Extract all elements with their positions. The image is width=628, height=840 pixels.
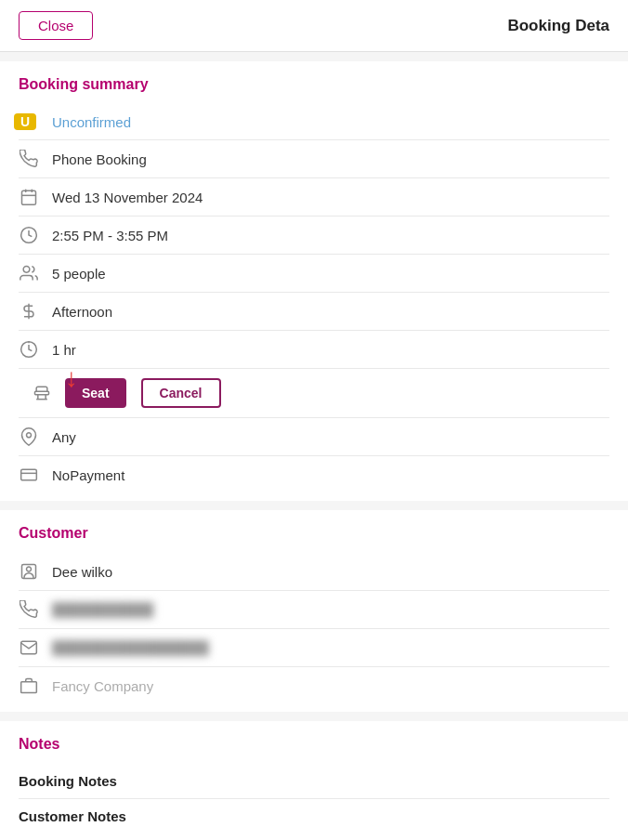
customer-company-row: Fancy Company xyxy=(19,667,609,704)
utensils-icon xyxy=(19,302,39,321)
close-button[interactable]: Close xyxy=(19,11,93,40)
svg-rect-0 xyxy=(22,190,36,204)
notes-section: Notes Booking Notes Customer Notes xyxy=(0,721,628,840)
customer-name: Dee wilko xyxy=(52,564,609,580)
customer-phone: ███████████ xyxy=(52,602,609,617)
session-row: Afternoon xyxy=(19,293,609,331)
customer-email: █████████████████ xyxy=(52,640,609,655)
email-icon xyxy=(19,638,39,657)
customer-section: Customer Dee wilko ███████████ █████████… xyxy=(0,510,628,712)
date-text: Wed 13 November 2024 xyxy=(52,190,609,205)
svg-point-5 xyxy=(23,267,30,273)
payment-row: NoPayment xyxy=(19,456,609,493)
payment-icon xyxy=(19,466,39,484)
customer-notes-label: Customer Notes xyxy=(19,808,609,824)
seat-actions-row: ↓ Seat Cancel xyxy=(19,369,609,418)
status-row: U Unconfirmed xyxy=(19,104,609,140)
time-text: 2:55 PM - 3:55 PM xyxy=(52,228,609,243)
booking-type-text: Phone Booking xyxy=(52,151,609,167)
location-text: Any xyxy=(52,429,609,445)
booking-notes-row: Booking Notes xyxy=(19,764,609,799)
people-icon xyxy=(19,264,39,282)
duration-row: 1 hr xyxy=(19,331,609,369)
svg-rect-9 xyxy=(35,391,49,394)
duration-text: 1 hr xyxy=(52,342,609,358)
customer-name-row: Dee wilko xyxy=(19,553,609,591)
svg-point-17 xyxy=(27,567,32,571)
booking-summary-section: Booking summary U Unconfirmed Phone Book… xyxy=(0,61,628,501)
customer-phone-icon xyxy=(19,600,39,619)
phone-icon xyxy=(19,150,39,168)
location-icon xyxy=(19,427,39,446)
timer-icon xyxy=(19,340,39,359)
people-text: 5 people xyxy=(52,266,609,282)
booking-type-row: Phone Booking xyxy=(19,140,609,178)
svg-rect-18 xyxy=(21,682,37,693)
header: Close Booking Deta xyxy=(0,0,628,52)
date-row: Wed 13 November 2024 xyxy=(19,178,609,217)
chair-icon xyxy=(32,384,52,402)
customer-phone-row: ███████████ xyxy=(19,591,609,629)
notes-title: Notes xyxy=(19,736,609,753)
seat-cancel-actions: Seat Cancel xyxy=(65,378,221,408)
session-text: Afternoon xyxy=(52,304,609,320)
payment-text: NoPayment xyxy=(52,467,609,483)
svg-point-13 xyxy=(27,433,32,438)
status-text: Unconfirmed xyxy=(52,114,609,130)
red-arrow-indicator: ↓ xyxy=(65,365,78,391)
people-row: 5 people xyxy=(19,255,609,293)
customer-email-row: █████████████████ xyxy=(19,629,609,667)
page-title: Booking Deta xyxy=(507,17,609,35)
customer-company: Fancy Company xyxy=(52,678,609,694)
person-icon xyxy=(19,562,39,581)
cancel-button[interactable]: Cancel xyxy=(141,378,221,408)
location-row: Any xyxy=(19,418,609,456)
customer-title: Customer xyxy=(19,525,609,542)
clock-icon xyxy=(19,226,39,244)
svg-rect-14 xyxy=(21,469,37,480)
booking-summary-title: Booking summary xyxy=(19,76,609,93)
company-icon xyxy=(19,676,39,695)
status-icon: U xyxy=(19,113,39,130)
booking-notes-label: Booking Notes xyxy=(19,773,609,789)
time-row: 2:55 PM - 3:55 PM xyxy=(19,217,609,255)
calendar-icon xyxy=(19,188,39,206)
customer-notes-row: Customer Notes xyxy=(19,799,609,833)
status-badge: U xyxy=(14,113,36,130)
